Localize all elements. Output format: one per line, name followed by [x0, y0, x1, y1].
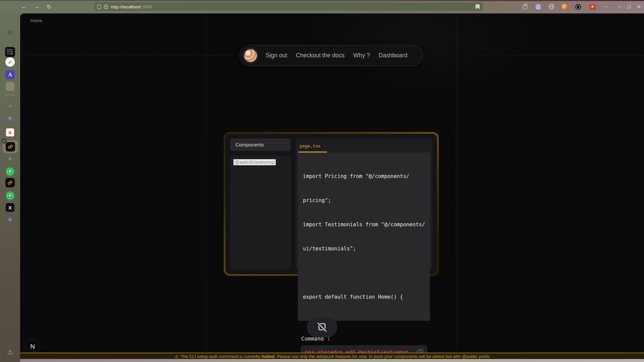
code-line: import Pricing from "@/components/	[303, 172, 425, 180]
minimize-button[interactable]: –	[615, 3, 624, 11]
top-navigation-pill: Sign out Checkout the docs Why ? Dashboa…	[239, 45, 423, 66]
url-port: :3000	[141, 4, 152, 9]
overflow-menu-button[interactable]: ⋯	[602, 3, 610, 11]
p-app-tab-icon-2[interactable]: P	[0, 191, 20, 200]
breadcrumb: Home	[31, 18, 42, 23]
code-line	[303, 269, 425, 277]
notion-tab-icon[interactable]: n	[0, 128, 20, 137]
url-bar[interactable]: http://localhost:3000	[94, 2, 483, 11]
p-app-tab-icon[interactable]: P	[0, 167, 20, 176]
browser-toolbar: ← → ↻ http://localhost:3000 ⋯ – ❑ ✕	[0, 0, 644, 13]
firefox-extension-icon[interactable]	[561, 3, 568, 10]
nextjs-dev-indicator[interactable]: N	[25, 339, 40, 354]
close-tab-badge[interactable]: ×	[1, 138, 7, 144]
back-button[interactable]: ←	[19, 3, 28, 11]
components-list: @ashish/astromvp	[230, 156, 291, 269]
active-tab-sharedcn[interactable]: ×	[3, 140, 18, 153]
close-window-button[interactable]: ✕	[635, 3, 643, 11]
url-host: localhost	[122, 4, 141, 9]
warning-triangle-icon: ⚠	[174, 354, 178, 359]
sparkle-tab-icon-2[interactable]: ✦	[0, 156, 20, 162]
sparkle-tab-icon[interactable]: ✦	[0, 114, 20, 122]
component-list-item[interactable]: @ashish/astromvp	[233, 159, 276, 165]
maximize-button[interactable]: ❑	[625, 3, 633, 11]
x-twitter-tab-icon[interactable]: X	[0, 203, 20, 212]
browser-sidebar-dock: D ✓ A + ✦ n × ✦ P	[0, 13, 20, 362]
code-line: pricing";	[303, 196, 425, 204]
hide-preview-button[interactable]	[307, 317, 337, 338]
code-panel: page.tsx import Pricing from "@/componen…	[296, 138, 432, 269]
workspace-label[interactable]: D	[0, 29, 20, 36]
sparkle-tab-icon-3[interactable]: ✦	[0, 216, 20, 224]
nav-link-docs[interactable]: Checkout the docs	[296, 52, 344, 59]
new-tab-button[interactable]: +	[0, 101, 20, 111]
component-card: Components @ashish/astromvp page.tsx imp…	[225, 134, 437, 274]
nav-link-why[interactable]: Why ?	[353, 52, 370, 59]
dark-circle-extension-icon[interactable]	[574, 3, 582, 10]
page-info-icon[interactable]	[97, 4, 101, 9]
reload-button[interactable]: ↻	[45, 3, 53, 11]
screen: ← → ↻ http://localhost:3000 ⋯ – ❑ ✕ D ✓ …	[0, 0, 644, 362]
pinned-app-colorful-icon[interactable]	[0, 47, 20, 57]
webpage-viewport: Home Sign out Checkout the docs Why ? Da…	[20, 13, 644, 362]
bookmark-icon[interactable]	[476, 4, 480, 9]
cli-warning-banner: ⚠ The CLI setup-auth command is currentl…	[20, 353, 644, 359]
window-bottom-edge	[20, 359, 644, 362]
grid-dashed-line-vertical-left	[206, 13, 207, 362]
code-line: export default function Home() {	[303, 293, 425, 301]
ghost-extension-icon[interactable]	[534, 3, 542, 10]
code-line: import Testimonials from "@/components/	[303, 221, 425, 229]
grid-dashed-line-vertical-right	[456, 13, 457, 362]
url-text[interactable]: http://localhost:3000	[111, 4, 152, 9]
component-card-gold-border: Components @ashish/astromvp page.tsx imp…	[224, 132, 439, 276]
sharedcn-chain-icon	[6, 142, 15, 152]
forward-button[interactable]: →	[33, 3, 41, 11]
nav-link-sign-out[interactable]: Sign out	[266, 52, 287, 59]
components-panel-header: Components	[230, 138, 291, 151]
shield-grid-icon[interactable]	[104, 5, 108, 9]
user-avatar[interactable]	[244, 49, 257, 62]
todo-check-icon[interactable]: ✓	[0, 57, 20, 67]
downloads-button[interactable]	[0, 349, 20, 355]
sharedcn-tab-icon-2[interactable]	[0, 178, 20, 187]
red-extension-icon[interactable]	[589, 3, 596, 10]
code-preview: import Pricing from "@/components/ prici…	[298, 153, 430, 321]
gray-app-icon[interactable]	[0, 82, 20, 91]
code-line: ui/testimonials";	[303, 245, 425, 253]
astro-a-icon[interactable]: A	[0, 70, 20, 79]
globe-extension-icon[interactable]	[548, 3, 555, 10]
extensions-puzzle-icon[interactable]	[521, 3, 529, 10]
components-panel: Components @ashish/astromvp	[230, 138, 291, 269]
banner-text: The CLI setup-auth command is currently …	[180, 354, 490, 359]
dock-divider	[5, 95, 15, 95]
nav-link-dashboard[interactable]: Dashboard	[379, 52, 408, 59]
tab-page-tsx[interactable]: page.tsx	[300, 143, 432, 148]
slashed-square-icon	[317, 322, 327, 333]
url-scheme: http://	[111, 4, 122, 9]
